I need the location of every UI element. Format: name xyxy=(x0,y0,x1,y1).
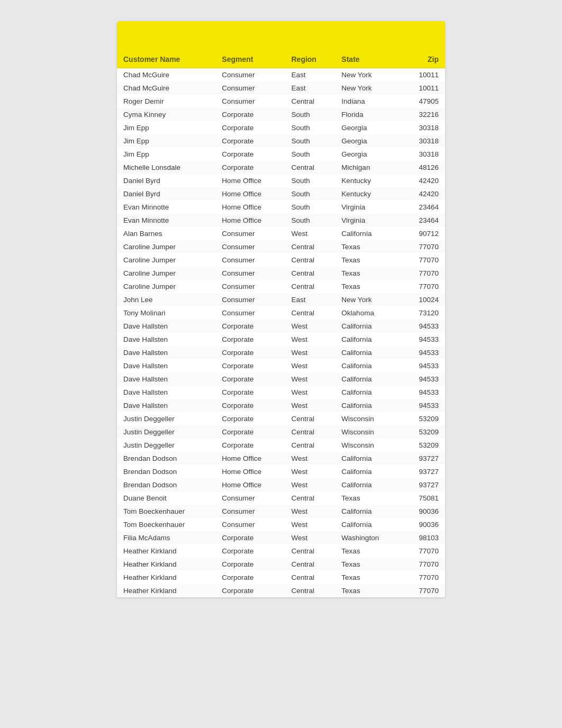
cell-zip: 53209 xyxy=(402,412,445,425)
table-row: Dave HallstenCorporateWestCalifornia9453… xyxy=(117,372,445,386)
cell-name: Jim Epp xyxy=(117,121,215,134)
cell-state: Texas xyxy=(335,492,402,505)
cell-region: Central xyxy=(285,571,335,584)
table-row: Evan MinnotteHome OfficeSouthVirginia234… xyxy=(117,201,445,214)
cell-region: West xyxy=(285,359,335,372)
table-row: Dave HallstenCorporateWestCalifornia9453… xyxy=(117,386,445,399)
cell-segment: Home Office xyxy=(215,214,285,227)
cell-segment: Corporate xyxy=(215,161,285,174)
cell-state: Texas xyxy=(335,253,402,267)
cell-zip: 75081 xyxy=(402,492,445,505)
cell-name: Brendan Dodson xyxy=(117,478,215,492)
table-row: Evan MinnotteHome OfficeSouthVirginia234… xyxy=(117,214,445,227)
cell-segment: Corporate xyxy=(215,439,285,452)
table-row: Jim EppCorporateSouthGeorgia30318 xyxy=(117,121,445,134)
cell-state: Texas xyxy=(335,558,402,571)
table-row: Dave HallstenCorporateWestCalifornia9453… xyxy=(117,399,445,412)
cell-region: South xyxy=(285,134,335,148)
cell-name: Cyma Kinney xyxy=(117,108,215,121)
cell-state: California xyxy=(335,372,402,386)
table-row: Duane BenoitConsumerCentralTexas75081 xyxy=(117,492,445,505)
cell-segment: Home Office xyxy=(215,201,285,214)
cell-segment: Corporate xyxy=(215,372,285,386)
cell-state: Oklahoma xyxy=(335,306,402,320)
cell-segment: Home Office xyxy=(215,465,285,478)
cell-region: Central xyxy=(285,161,335,174)
cell-segment: Consumer xyxy=(215,280,285,293)
cell-zip: 90036 xyxy=(402,518,445,531)
table-row: Brendan DodsonHome OfficeWestCalifornia9… xyxy=(117,478,445,492)
col-header-state: State xyxy=(335,51,402,68)
cell-name: Evan Minnotte xyxy=(117,201,215,214)
cell-segment: Corporate xyxy=(215,584,285,597)
col-header-segment: Segment xyxy=(215,51,285,68)
cell-state: Texas xyxy=(335,584,402,597)
cell-zip: 30318 xyxy=(402,148,445,161)
header-cell-4 xyxy=(364,26,437,46)
cell-state: Georgia xyxy=(335,134,402,148)
cell-region: West xyxy=(285,227,335,240)
cell-segment: Consumer xyxy=(215,227,285,240)
cell-name: Duane Benoit xyxy=(117,492,215,505)
cell-name: Justin Deggeller xyxy=(117,439,215,452)
cell-state: California xyxy=(335,505,402,518)
cell-segment: Home Office xyxy=(215,174,285,187)
table-row: Tom BoeckenhauerConsumerWestCalifornia90… xyxy=(117,518,445,531)
cell-state: Kentucky xyxy=(335,174,402,187)
cell-zip: 30318 xyxy=(402,121,445,134)
cell-zip: 23464 xyxy=(402,201,445,214)
col-header-zip: Zip xyxy=(402,51,445,68)
cell-zip: 94533 xyxy=(402,346,445,359)
cell-state: California xyxy=(335,478,402,492)
col-header-name: Customer Name xyxy=(117,51,215,68)
cell-region: South xyxy=(285,174,335,187)
cell-segment: Consumer xyxy=(215,253,285,267)
cell-zip: 90036 xyxy=(402,505,445,518)
table-row: Chad McGuireConsumerEastNew York10011 xyxy=(117,81,445,95)
cell-name: Caroline Jumper xyxy=(117,267,215,280)
cell-name: Roger Demir xyxy=(117,95,215,108)
cell-segment: Corporate xyxy=(215,333,285,346)
cell-region: South xyxy=(285,121,335,134)
cell-state: Virginia xyxy=(335,201,402,214)
cell-zip: 77070 xyxy=(402,584,445,597)
table-row: Brendan DodsonHome OfficeWestCalifornia9… xyxy=(117,465,445,478)
cell-name: Heather Kirkland xyxy=(117,584,215,597)
cell-segment: Corporate xyxy=(215,320,285,333)
cell-zip: 47905 xyxy=(402,95,445,108)
main-container: Customer Name Segment Region State Zip C… xyxy=(117,21,445,597)
cell-name: Filia McAdams xyxy=(117,531,215,544)
cell-state: Wisconsin xyxy=(335,412,402,425)
cell-state: Washington xyxy=(335,531,402,544)
cell-state: Wisconsin xyxy=(335,425,402,439)
cell-zip: 73120 xyxy=(402,306,445,320)
table-row: Roger DemirConsumerCentralIndiana47905 xyxy=(117,95,445,108)
cell-zip: 77070 xyxy=(402,240,445,253)
cell-region: East xyxy=(285,68,335,82)
table-row: Justin DeggellerCorporateCentralWisconsi… xyxy=(117,412,445,425)
cell-zip: 48126 xyxy=(402,161,445,174)
cell-segment: Corporate xyxy=(215,531,285,544)
cell-region: Central xyxy=(285,95,335,108)
cell-state: Michigan xyxy=(335,161,402,174)
cell-region: West xyxy=(285,505,335,518)
cell-segment: Consumer xyxy=(215,518,285,531)
cell-region: Central xyxy=(285,425,335,439)
cell-region: West xyxy=(285,399,335,412)
cell-name: Dave Hallsten xyxy=(117,333,215,346)
cell-state: Indiana xyxy=(335,95,402,108)
cell-state: New York xyxy=(335,293,402,306)
cell-state: California xyxy=(335,399,402,412)
cell-name: Justin Deggeller xyxy=(117,412,215,425)
cell-segment: Corporate xyxy=(215,121,285,134)
cell-segment: Home Office xyxy=(215,452,285,465)
cell-segment: Home Office xyxy=(215,478,285,492)
data-table: Customer Name Segment Region State Zip C… xyxy=(117,51,445,597)
table-row: John LeeConsumerEastNew York10024 xyxy=(117,293,445,306)
cell-zip: 94533 xyxy=(402,372,445,386)
cell-region: South xyxy=(285,201,335,214)
cell-segment: Consumer xyxy=(215,505,285,518)
cell-segment: Corporate xyxy=(215,571,285,584)
cell-state: Georgia xyxy=(335,121,402,134)
table-row: Caroline JumperConsumerCentralTexas77070 xyxy=(117,280,445,293)
